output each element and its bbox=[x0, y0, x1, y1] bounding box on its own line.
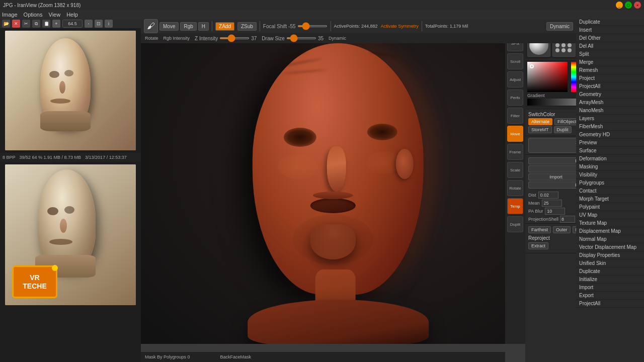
frp-duplicate[interactable]: Duplicate bbox=[576, 18, 644, 26]
close-button[interactable]: × bbox=[634, 2, 641, 9]
color-picker-gradient[interactable] bbox=[527, 62, 568, 92]
menu-options[interactable]: Options bbox=[24, 12, 43, 18]
tool-fit[interactable]: ⊡ bbox=[95, 20, 103, 28]
frp-project[interactable]: Project bbox=[576, 74, 644, 82]
frp-del-all[interactable]: Del All bbox=[576, 42, 644, 50]
rotate-label[interactable]: Rotate bbox=[145, 36, 158, 41]
frp-duplicate2[interactable]: Duplicate bbox=[576, 267, 644, 276]
frp-fibermesh[interactable]: FiberMesh bbox=[576, 123, 644, 131]
draw-size-slider[interactable] bbox=[286, 37, 316, 39]
minimize-button[interactable]: _ bbox=[616, 2, 623, 9]
frame-btn[interactable]: Frame bbox=[507, 144, 523, 160]
frp-vector-displacement-map[interactable]: Vector Displacement Map bbox=[576, 243, 644, 251]
beard-area bbox=[293, 214, 373, 264]
import-btn[interactable]: Import bbox=[528, 173, 584, 180]
vrteche-badge: VR TECHE bbox=[12, 265, 57, 298]
outer-btn[interactable]: Outer bbox=[553, 226, 571, 233]
zoom-value[interactable]: 64.5 bbox=[62, 20, 83, 28]
duplit-btn2[interactable]: Duplit bbox=[554, 126, 572, 133]
frp-merge[interactable]: Merge bbox=[576, 58, 644, 66]
tool-zoom-in[interactable]: + bbox=[52, 20, 60, 28]
frp-polygroups[interactable]: Polygroups bbox=[576, 179, 644, 187]
dynamic-btn[interactable]: Dynamic bbox=[546, 22, 573, 31]
zadd-btn[interactable]: ZAdd bbox=[215, 22, 234, 31]
frp-visibility[interactable]: Visibility bbox=[576, 171, 644, 179]
frp-deformation[interactable]: Deformation bbox=[576, 155, 644, 163]
frp-displacement-map[interactable]: Displacement Map bbox=[576, 227, 644, 235]
frp-export[interactable]: Export bbox=[576, 292, 644, 300]
adjust-btn[interactable]: Adjust bbox=[507, 71, 523, 87]
frp-geometry-hd[interactable]: Geometry HD bbox=[576, 131, 644, 139]
frp-layers[interactable]: Layers bbox=[576, 115, 644, 123]
reference-image-bottom: VR TECHE bbox=[5, 164, 136, 305]
hair-line-4 bbox=[368, 51, 398, 58]
pshell-input[interactable] bbox=[560, 216, 575, 223]
scale-btn[interactable]: Scale bbox=[507, 162, 523, 178]
extract-btn[interactable]: Extract bbox=[528, 242, 548, 249]
mean-input[interactable] bbox=[542, 200, 562, 207]
tool-cut[interactable]: ✂ bbox=[22, 20, 30, 28]
tool-zoom-out[interactable]: - bbox=[85, 20, 93, 28]
mask-polygroups: Mask By Polygroups 0 bbox=[145, 354, 190, 359]
frp-initialize[interactable]: Initialize bbox=[576, 276, 644, 284]
z-intensity-slider[interactable] bbox=[219, 37, 250, 39]
frp-surface[interactable]: Surface bbox=[576, 147, 644, 155]
frp-uv-map[interactable]: UV Map bbox=[576, 211, 644, 219]
frp-normal-map[interactable]: Normal Map bbox=[576, 235, 644, 243]
zsub-btn[interactable]: ZSub bbox=[237, 22, 257, 31]
menu-image[interactable]: Image bbox=[2, 12, 18, 18]
z-intensity-label: Z Intensity bbox=[195, 36, 218, 41]
frp-geometry[interactable]: Geometry bbox=[576, 90, 644, 99]
alternate-btn[interactable]: Alternate bbox=[528, 118, 552, 125]
frp-split[interactable]: Split bbox=[576, 50, 644, 58]
draw-size-value: 35 bbox=[318, 36, 324, 41]
tool-open[interactable]: 📂 bbox=[2, 20, 10, 28]
frp-contact[interactable]: Contact bbox=[576, 187, 644, 195]
frp-projectall[interactable]: ProjectAll bbox=[576, 82, 644, 90]
dist-input[interactable] bbox=[538, 192, 558, 199]
menu-view[interactable]: View bbox=[49, 12, 61, 18]
tool-info[interactable]: i bbox=[105, 20, 113, 28]
frp-masking[interactable]: Masking bbox=[576, 163, 644, 171]
maximize-button[interactable]: □ bbox=[625, 2, 632, 9]
tool-close[interactable]: ✕ bbox=[12, 20, 20, 28]
frp-texture-map[interactable]: Texture Map bbox=[576, 219, 644, 227]
menu-help[interactable]: Help bbox=[66, 12, 78, 18]
h-btn[interactable]: H bbox=[198, 22, 209, 31]
rgb-btn[interactable]: Rgb bbox=[180, 22, 196, 31]
frp-morph-target[interactable]: Morph Target bbox=[576, 195, 644, 203]
title-bar-controls: _ □ × bbox=[616, 2, 641, 9]
blur-input[interactable] bbox=[545, 208, 565, 215]
frp-import[interactable]: Import bbox=[576, 284, 644, 292]
dynamic-label2[interactable]: Dynamic bbox=[329, 36, 346, 41]
tool-copy[interactable]: ⧉ bbox=[32, 20, 40, 28]
frp-arraymesh[interactable]: ArrayMesh bbox=[576, 99, 644, 107]
frp-remesh[interactable]: Remesh bbox=[576, 66, 644, 74]
farthest-btn[interactable]: Farthest bbox=[528, 226, 551, 233]
storemt-btn[interactable]: StoreMT bbox=[528, 126, 552, 133]
filter-btn[interactable]: Filter bbox=[507, 108, 523, 124]
temp-btn[interactable]: Temp bbox=[507, 198, 523, 214]
frp-polypaint[interactable]: Polypaint bbox=[576, 203, 644, 211]
frp-del-other[interactable]: Del Other bbox=[576, 34, 644, 42]
move-tool-btn[interactable]: Move bbox=[507, 126, 523, 142]
main-viewport[interactable]: ⊡ bbox=[141, 33, 505, 344]
frp-preview[interactable]: Preview bbox=[576, 139, 644, 147]
move-btn[interactable]: Move bbox=[159, 22, 179, 31]
frp-projectall2[interactable]: ProjectAll bbox=[576, 300, 644, 308]
brush-icon[interactable]: 🖌 bbox=[144, 19, 158, 33]
duplit-btn[interactable]: Duplit bbox=[507, 216, 523, 232]
shoulders bbox=[248, 300, 429, 344]
perfo-btn[interactable]: Perfo bbox=[507, 89, 523, 106]
tool-paste[interactable]: 📋 bbox=[42, 20, 50, 28]
frp-nanomesh[interactable]: NanoMesh bbox=[576, 107, 644, 115]
frp-insert[interactable]: Insert bbox=[576, 26, 644, 34]
frp-unified-skin[interactable]: Unified Skin bbox=[576, 259, 644, 267]
rotate-tool-btn[interactable]: Rotate bbox=[507, 180, 523, 196]
activate-symmetry[interactable]: Activate Symmetry bbox=[381, 24, 419, 29]
bust-eye-left bbox=[49, 71, 59, 78]
focal-shift-group: Focal Shift -55 bbox=[263, 24, 328, 29]
focal-slider[interactable] bbox=[297, 25, 328, 27]
scroll-btn[interactable]: Scroll bbox=[507, 53, 523, 69]
frp-display-properties[interactable]: Display Properties bbox=[576, 251, 644, 259]
